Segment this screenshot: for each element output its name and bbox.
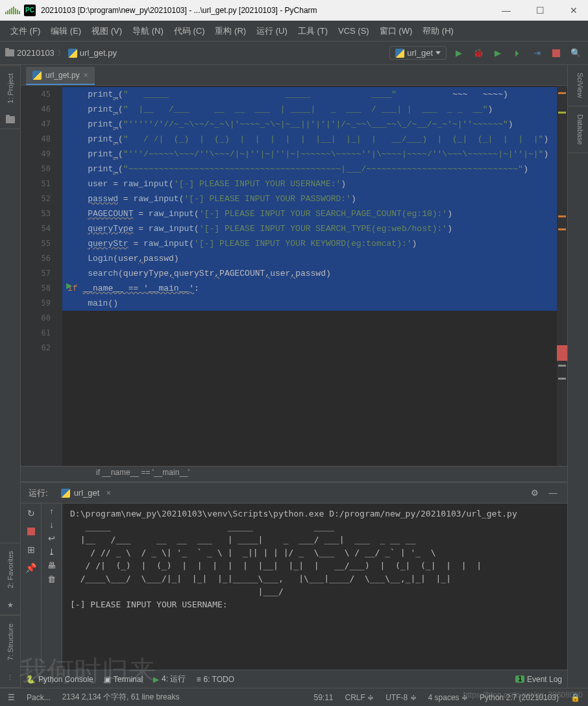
code-line[interactable]: [62, 311, 557, 326]
code-line[interactable]: main(): [62, 296, 557, 311]
menu-item[interactable]: 视图 (V): [86, 23, 127, 40]
status-indent[interactable]: 4 spaces ≑: [428, 693, 468, 702]
sidebar-tab-sciview[interactable]: SciView: [568, 65, 588, 106]
minimize-panel-icon[interactable]: —: [546, 487, 559, 500]
code-line[interactable]: print_(" / /| (_) | (_) | | | | | |__| |…: [62, 132, 557, 147]
tab-event-log[interactable]: 1 Event Log: [515, 675, 562, 684]
coverage-button[interactable]: ▶: [491, 46, 505, 60]
menu-item[interactable]: 窗口 (W): [374, 23, 418, 40]
menu-item[interactable]: 工具 (T): [293, 23, 333, 40]
file-tab-label: url_get.py: [45, 71, 80, 80]
status-interpreter[interactable]: Python 2.7 (20210103): [480, 693, 559, 702]
code-line[interactable]: print_("'''''/'//~_~\~~/~_~\|'~~~~_~\~|~…: [62, 117, 557, 132]
tab-python-console[interactable]: 🐍 Python Console: [26, 675, 93, 684]
structure-icon[interactable]: ⋮: [0, 668, 20, 688]
file-tab-url-get[interactable]: url_get.py ×: [26, 67, 95, 85]
statusbar: ☰ Pack... 2134 2,134 个字符, 61 line breaks…: [0, 688, 588, 706]
settings-icon[interactable]: ⚙: [528, 487, 541, 500]
gutter: 454647484950515253545556575859606162: [21, 86, 62, 466]
editor-pane[interactable]: 454647484950515253545556575859606162 ▶ p…: [21, 86, 567, 466]
run-toolbar-primary: ↻ ⊞ 📌: [21, 504, 42, 670]
code-line[interactable]: passwd = raw_input('[-] PLEASE INPUT YOU…: [62, 191, 557, 206]
close-tab-icon[interactable]: ×: [84, 71, 88, 80]
status-position[interactable]: 59:11: [313, 693, 333, 702]
minimap[interactable]: [557, 86, 567, 466]
crumb-project[interactable]: 20210103: [5, 48, 55, 58]
code-line[interactable]: print_("'''/~~~~~\~~~/''\~~~/|~|''|~|''|…: [62, 147, 557, 162]
code-line[interactable]: print_("~~~~~~~~~~~~~~~~~~~~~~~~~~~~~~~~…: [62, 162, 557, 176]
menu-item[interactable]: 文件 (F): [5, 23, 45, 40]
python-file-icon: [32, 71, 42, 80]
crumb-file[interactable]: url_get.py: [68, 48, 117, 58]
run-panel-header: 运行: url_get × ⚙ —: [21, 483, 567, 504]
clear-button[interactable]: 🗑: [47, 574, 56, 584]
run-button[interactable]: ▶: [452, 46, 466, 60]
code-line[interactable]: queryStr = raw_input('[-] PLEASE INPUT Y…: [62, 236, 557, 251]
stop-button[interactable]: [549, 46, 563, 60]
code-line[interactable]: [62, 341, 557, 356]
favorites-star-icon[interactable]: ★: [0, 596, 20, 615]
folder-icon: [5, 49, 14, 56]
menu-item[interactable]: 重构 (R): [210, 23, 251, 40]
menu-item[interactable]: 导航 (N): [127, 23, 169, 40]
search-everywhere-button[interactable]: 🔍: [569, 46, 583, 60]
run-tab[interactable]: url_get ×: [56, 485, 116, 500]
code-line[interactable]: search(queryType,queryStr,PAGECOUNT,user…: [62, 266, 557, 281]
code-line[interactable]: PAGECOUNT = raw_input('[-] PLEASE INPUT …: [62, 206, 557, 221]
menu-item[interactable]: VCS (S): [333, 23, 374, 38]
sidebar-folder-icon[interactable]: [0, 111, 20, 129]
tab-run[interactable]: ▶ 4: 运行: [153, 674, 186, 685]
status-menu-icon[interactable]: ☰: [8, 693, 15, 702]
code-line[interactable]: [62, 326, 557, 341]
profile-button[interactable]: ⏵: [510, 46, 524, 60]
down-button[interactable]: ↓: [49, 520, 54, 530]
code-line[interactable]: print_(" _____ _____ ____" ~~~ ~~~~): [62, 87, 557, 102]
breadcrumb: 20210103 〉 url_get.py: [5, 47, 389, 59]
status-line-ending[interactable]: CRLF ≑: [345, 693, 374, 702]
run-config-selector[interactable]: url_get: [389, 46, 447, 60]
status-encoding[interactable]: UTF-8 ≑: [386, 693, 416, 702]
main-area: 1: Project 2: Favorites ★ 7: Structure ⋮…: [0, 65, 588, 688]
tab-todo[interactable]: ≡ 6: TODO: [196, 675, 234, 684]
menu-item[interactable]: 帮助 (H): [417, 23, 459, 40]
print-button[interactable]: 🖶: [47, 561, 56, 570]
code-line[interactable]: queryType = raw_input('[-] PLEASE INPUT …: [62, 221, 557, 236]
scroll-end-button[interactable]: ⤓: [48, 547, 55, 557]
tab-bar: url_get.py ×: [21, 65, 567, 86]
code-line[interactable]: Login(user,passwd): [62, 251, 557, 266]
code-line[interactable]: print_(" |__ /___ __ __ ___ | ____| _ __…: [62, 102, 557, 117]
sidebar-tab-structure[interactable]: 7: Structure: [0, 615, 20, 668]
tab-terminal[interactable]: ▣ Terminal: [104, 675, 143, 684]
cpu-meter: [5, 6, 20, 14]
minimize-button[interactable]: —: [497, 3, 515, 18]
rerun-button[interactable]: ↻: [24, 506, 38, 520]
status-packages[interactable]: Pack...: [27, 693, 51, 702]
right-sidebar: SciView Database: [567, 65, 588, 688]
sidebar-tab-database[interactable]: Database: [568, 106, 588, 153]
debug-button[interactable]: 🐞: [471, 46, 485, 60]
stop-run-button[interactable]: [24, 524, 38, 539]
menu-item[interactable]: 运行 (U): [251, 23, 293, 40]
pin-button[interactable]: 📌: [24, 561, 38, 575]
sidebar-tab-favorites[interactable]: 2: Favorites: [0, 542, 20, 596]
run-gutter-icon[interactable]: ▶: [66, 281, 72, 290]
app-icon: PC: [24, 5, 36, 16]
status-lock-icon[interactable]: 🔒: [570, 693, 580, 702]
run-panel: 运行: url_get × ⚙ — ↻ ⊞ 📌 ↑: [21, 481, 567, 670]
layout-button[interactable]: ⊞: [24, 542, 38, 557]
code-line[interactable]: if __name__ == '__main__':: [62, 281, 557, 296]
maximize-button[interactable]: ☐: [531, 3, 549, 18]
code-line[interactable]: user = raw_input('[-] PLEASE INPUT YOUR …: [62, 176, 557, 191]
soft-wrap-button[interactable]: ↩: [48, 533, 55, 543]
console-output[interactable]: D:\program\new_py\20210103\venv\Scripts\…: [62, 504, 567, 670]
navbar: 20210103 〉 url_get.py url_get ▶ 🐞 ▶ ⏵ ⇥ …: [0, 42, 588, 65]
up-button[interactable]: ↑: [49, 506, 54, 516]
attach-button[interactable]: ⇥: [530, 46, 544, 60]
sidebar-tab-project[interactable]: 1: Project: [0, 65, 20, 111]
titlebar: PC 20210103 [D:\program\new_py\20210103]…: [0, 0, 588, 21]
menu-item[interactable]: 编辑 (E): [45, 23, 86, 40]
python-icon: [61, 489, 70, 498]
code-area[interactable]: print_(" _____ _____ ____" ~~~ ~~~~) pri…: [62, 86, 557, 466]
close-button[interactable]: ✕: [565, 3, 583, 18]
menu-item[interactable]: 代码 (C): [169, 23, 210, 40]
